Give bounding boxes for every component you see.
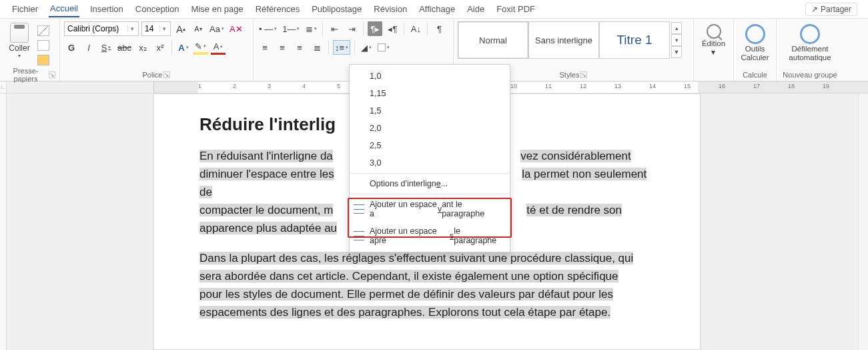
tab-publipostage[interactable]: Publipostage bbox=[310, 1, 363, 17]
italic-button[interactable]: I bbox=[81, 40, 96, 55]
spacing-2-0[interactable]: 2,0 bbox=[350, 120, 510, 137]
tab-affichage[interactable]: Affichage bbox=[418, 1, 456, 17]
add-space-before-paragraph[interactable]: Ajouter un espace avant le paragraphe bbox=[350, 196, 510, 222]
vertical-ruler[interactable] bbox=[0, 94, 7, 350]
paste-dropdown-arrow[interactable]: ▾ bbox=[18, 53, 21, 59]
ruler-mark: 10 bbox=[510, 83, 517, 90]
increase-indent-button[interactable]: ⇥ bbox=[344, 21, 359, 36]
cut-button[interactable] bbox=[37, 25, 49, 36]
ruler-mark: 18 bbox=[788, 83, 795, 90]
shrink-font-button[interactable]: A▾ bbox=[191, 21, 205, 36]
justify-button[interactable]: ≣ bbox=[310, 40, 324, 55]
line-spacing-options[interactable]: Options d'interligne... bbox=[350, 175, 510, 192]
tab-aide[interactable]: Aide bbox=[466, 1, 486, 17]
bullets-button[interactable]: • — bbox=[258, 21, 278, 36]
borders-button[interactable] bbox=[376, 40, 391, 55]
group-edition: Édition▾ bbox=[694, 19, 734, 81]
font-size-input[interactable] bbox=[142, 24, 159, 33]
font-name-dropdown-arrow[interactable]: ▾ bbox=[127, 25, 137, 32]
font-size-dropdown-arrow[interactable]: ▾ bbox=[159, 25, 169, 32]
font-name-combo[interactable]: ▾ bbox=[64, 21, 139, 36]
style-sans-interligne[interactable]: Sans interligne bbox=[528, 21, 599, 59]
ruler-mark: 14 bbox=[649, 83, 656, 90]
body-line: espacements des lignes et des paragraphe… bbox=[199, 306, 610, 319]
bold-button[interactable]: G bbox=[64, 40, 79, 55]
numbering-icon: 1— bbox=[282, 24, 296, 34]
tab-references[interactable]: Références bbox=[254, 1, 301, 17]
edition-button[interactable]: Édition▾ bbox=[698, 21, 729, 57]
style-normal[interactable]: Normal bbox=[458, 21, 528, 59]
font-launcher[interactable]: ↘ bbox=[163, 71, 170, 78]
share-button[interactable]: ↗ Partager bbox=[805, 3, 857, 16]
add-space-after-paragraph[interactable]: Ajouter un espace après le paragraphe bbox=[350, 222, 510, 249]
spacing-3-0[interactable]: 3,0 bbox=[350, 154, 510, 172]
shading-button[interactable]: ◢ bbox=[359, 40, 374, 55]
font-size-combo[interactable]: ▾ bbox=[141, 21, 171, 36]
clipboard-icon bbox=[10, 23, 29, 43]
space-after-icon bbox=[354, 231, 364, 240]
tab-mise-en-page[interactable]: Mise en page bbox=[190, 1, 245, 17]
body-line: Dans la plupart des cas, les réglages s'… bbox=[199, 252, 633, 265]
align-left-button[interactable]: ≡ bbox=[258, 40, 272, 55]
circle-icon bbox=[745, 24, 765, 44]
ruler-mark: 11 bbox=[545, 83, 552, 90]
ruler-mark: 17 bbox=[753, 83, 760, 90]
align-right-button[interactable]: ≡ bbox=[292, 40, 307, 55]
defilement-auto-button[interactable]: Défilement automatique bbox=[783, 21, 837, 62]
ruler-mark: 12 bbox=[580, 83, 586, 90]
styles-scroll-up[interactable]: ▴ bbox=[671, 22, 682, 34]
align-center-button[interactable]: ≡ bbox=[275, 40, 290, 55]
borders-icon bbox=[378, 43, 386, 51]
tab-conception[interactable]: Conception bbox=[134, 1, 181, 17]
decrease-indent-button[interactable]: ⇤ bbox=[327, 21, 342, 36]
superscript-button[interactable]: x² bbox=[153, 40, 167, 55]
body-line: En réduisant l'interligne da bbox=[199, 150, 333, 162]
font-color-button[interactable]: A bbox=[211, 40, 226, 55]
line-spacing-button[interactable]: ↕≡ bbox=[333, 40, 350, 55]
numbering-button[interactable]: 1— bbox=[281, 21, 301, 36]
spacing-1-0[interactable]: 1,0 bbox=[350, 67, 510, 85]
grow-font-button[interactable]: A▴ bbox=[173, 21, 188, 36]
tab-insertion[interactable]: Insertion bbox=[89, 1, 125, 17]
copy-button[interactable] bbox=[37, 40, 49, 51]
separator bbox=[354, 41, 355, 54]
spacing-1-15[interactable]: 1,15 bbox=[350, 85, 510, 102]
spacing-2-5[interactable]: 2,5 bbox=[350, 137, 510, 154]
align-center-icon: ≡ bbox=[280, 43, 285, 53]
tab-foxit-pdf[interactable]: Foxit PDF bbox=[495, 1, 536, 17]
clipboard-launcher[interactable]: ↘ bbox=[49, 71, 55, 78]
highlight-button[interactable]: ✎ bbox=[193, 40, 208, 55]
outils-calculer-button[interactable]: Outils Calculer bbox=[738, 21, 772, 62]
outils-calculer-label: Outils Calculer bbox=[738, 45, 772, 62]
tab-selector[interactable]: ∟ bbox=[0, 81, 7, 93]
strikethrough-button[interactable]: abc bbox=[116, 40, 133, 55]
vertical-scrollbar[interactable] bbox=[858, 94, 868, 350]
paste-label: Coller bbox=[9, 43, 29, 53]
separator bbox=[322, 22, 323, 35]
tab-accueil[interactable]: Accueil bbox=[49, 1, 79, 17]
clear-formatting-button[interactable]: A✕ bbox=[228, 21, 244, 36]
subscript-button[interactable]: x₂ bbox=[135, 40, 150, 55]
tab-fichier[interactable]: Fichier bbox=[11, 1, 39, 17]
body-line: té et de rendre son bbox=[526, 204, 622, 216]
styles-expand[interactable]: ▼ bbox=[671, 46, 682, 58]
styles-scroll-down[interactable]: ▾ bbox=[671, 34, 682, 46]
horizontal-ruler[interactable]: 12345678910111213141516171819 bbox=[153, 81, 868, 93]
rtl-direction-button[interactable]: ◂¶ bbox=[385, 21, 400, 36]
text-effects-button[interactable]: A bbox=[176, 40, 191, 55]
sort-button[interactable]: A↓ bbox=[408, 21, 423, 36]
underline-button[interactable]: S bbox=[99, 40, 113, 55]
ruler-mark: 13 bbox=[614, 83, 621, 90]
font-name-input[interactable] bbox=[65, 24, 127, 33]
multilevel-icon: ≣ bbox=[306, 24, 313, 34]
styles-launcher[interactable]: ↘ bbox=[580, 71, 587, 78]
show-marks-button[interactable]: ¶ bbox=[432, 21, 446, 36]
style-titre-1[interactable]: Titre 1 bbox=[599, 21, 670, 59]
change-case-button[interactable]: Aa bbox=[208, 21, 226, 36]
tab-revision[interactable]: Révision bbox=[372, 1, 408, 17]
paste-button[interactable]: Coller ▾ bbox=[4, 21, 35, 59]
ltr-direction-button[interactable]: ¶▸ bbox=[368, 21, 382, 36]
format-painter-button[interactable] bbox=[37, 55, 49, 65]
multilevel-list-button[interactable]: ≣ bbox=[304, 21, 318, 36]
spacing-1-5[interactable]: 1,5 bbox=[350, 102, 510, 120]
